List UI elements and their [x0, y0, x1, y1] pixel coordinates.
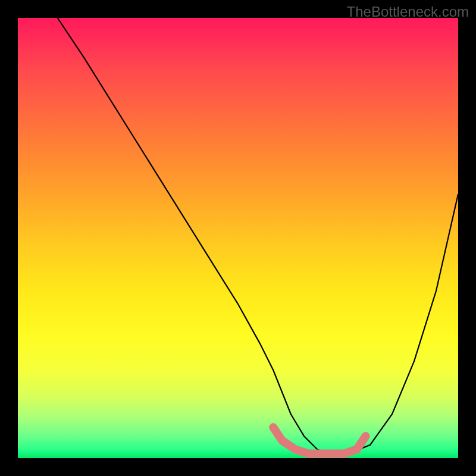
curve-path — [58, 18, 458, 454]
chart-svg — [18, 18, 458, 458]
watermark-text: TheBottleneck.com — [347, 4, 469, 20]
highlight-path — [273, 427, 365, 453]
plot-area — [18, 18, 458, 458]
